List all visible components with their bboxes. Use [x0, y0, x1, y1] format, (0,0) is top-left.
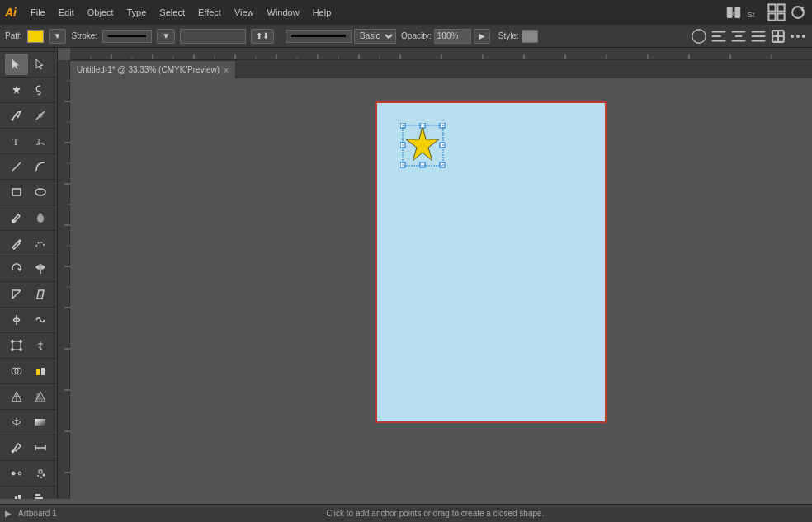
tab-close-btn[interactable]: ×	[224, 65, 229, 75]
style-swatch[interactable]	[522, 30, 538, 43]
arc-tool[interactable]	[29, 156, 52, 177]
align-distribute-icon[interactable]	[749, 27, 767, 45]
svg-rect-70	[15, 496, 17, 499]
column-graph-tool[interactable]	[5, 488, 28, 499]
opacity-label: Opacity:	[401, 31, 432, 40]
menu-type[interactable]: Type	[121, 5, 153, 20]
smooth-tool[interactable]	[29, 233, 52, 254]
menu-effect[interactable]: Effect	[192, 5, 227, 20]
svg-point-64	[18, 472, 21, 475]
stroke-style-preview[interactable]	[286, 30, 352, 43]
warp-tool[interactable]	[29, 309, 52, 331]
svg-line-32	[12, 162, 21, 171]
measure-tool[interactable]	[29, 437, 52, 459]
fill-indicator[interactable]: ▼	[49, 29, 67, 44]
paintbrush-tool[interactable]	[5, 207, 28, 228]
selection-tools	[0, 52, 57, 78]
canvas-area[interactable]: Untitled-1* @ 33.33% (CMYK/Preview) ×	[58, 48, 812, 499]
svg-text:T: T	[12, 135, 19, 148]
symbol-sprayer-tool[interactable]	[29, 463, 52, 484]
scale-tool[interactable]	[5, 284, 28, 305]
rectangle-tool[interactable]	[5, 181, 28, 203]
style-label: Style:	[498, 31, 519, 40]
document-area[interactable]: Untitled-1* @ 33.33% (CMYK/Preview) ×	[70, 60, 812, 499]
svg-rect-57	[35, 419, 45, 426]
warp-tools	[0, 308, 57, 333]
svg-rect-73	[35, 497, 43, 499]
svg-rect-138	[420, 162, 425, 167]
bridge-icon[interactable]: Br	[725, 3, 743, 21]
rotate-tool[interactable]	[5, 258, 28, 280]
align-left-icon[interactable]	[710, 27, 728, 45]
gradient-tool[interactable]	[29, 411, 52, 433]
transform-icon[interactable]	[769, 27, 787, 45]
star-svg	[400, 123, 446, 168]
opacity-stepper[interactable]: ▶	[474, 29, 490, 44]
pencil-tool[interactable]	[5, 233, 28, 254]
blob-brush-tool[interactable]	[29, 207, 52, 228]
stock-icon[interactable]: St	[746, 3, 764, 21]
bar-graph-tool[interactable]	[29, 488, 52, 499]
menu-view[interactable]: View	[229, 5, 260, 20]
add-anchor-tool[interactable]	[29, 105, 52, 126]
free-transform-tool[interactable]	[5, 335, 28, 356]
stroke-options-btn[interactable]: ▼	[157, 29, 175, 44]
menu-window[interactable]: Window	[262, 5, 305, 20]
shape-tools	[0, 180, 57, 205]
ellipse-tool[interactable]	[29, 181, 52, 203]
live-paint-tool[interactable]	[29, 360, 52, 382]
reflect-tool[interactable]	[29, 258, 52, 280]
pen-tool[interactable]	[5, 105, 28, 126]
ruler-ticks-v	[58, 60, 70, 499]
stroke-profile-select[interactable]: Basic	[354, 29, 396, 44]
shape-builder-tool[interactable]	[5, 360, 28, 382]
puppet-warp-tool[interactable]	[29, 335, 52, 356]
tab-title: Untitled-1* @ 33.33% (CMYK/Preview)	[77, 65, 220, 74]
align-center-icon[interactable]	[729, 27, 748, 45]
perspective-sel-tool[interactable]	[29, 386, 52, 407]
lasso-tool[interactable]	[29, 79, 52, 101]
svg-point-66	[37, 475, 39, 477]
more-options-icon[interactable]	[789, 27, 807, 45]
artboard-status: Artboard 1	[18, 509, 57, 518]
menu-edit[interactable]: Edit	[53, 5, 80, 20]
rotation-icon[interactable]	[789, 3, 807, 21]
svg-point-45	[20, 349, 22, 351]
path-type-tool[interactable]: T	[29, 130, 52, 152]
document-tab[interactable]: Untitled-1* @ 33.33% (CMYK/Preview) ×	[70, 60, 236, 78]
svg-point-67	[40, 477, 42, 478]
shear-tool[interactable]	[29, 284, 52, 305]
width-tool[interactable]	[5, 309, 28, 331]
artboard	[375, 101, 607, 423]
svg-rect-7	[777, 13, 784, 20]
line-tool[interactable]	[5, 156, 28, 177]
type-tool[interactable]: T	[5, 130, 28, 152]
eyedropper-tool[interactable]	[5, 437, 28, 459]
fill-swatch[interactable]	[27, 30, 44, 43]
opacity-input[interactable]	[434, 29, 471, 44]
mesh-tool[interactable]	[5, 411, 28, 433]
grid-icon[interactable]	[767, 3, 786, 21]
svg-rect-49	[41, 368, 45, 375]
svg-point-59	[12, 451, 14, 453]
menu-select[interactable]: Select	[153, 5, 191, 20]
blend-tool[interactable]	[5, 463, 28, 484]
brush-tools	[0, 205, 57, 231]
svg-rect-72	[35, 494, 40, 496]
selection-tool[interactable]	[5, 54, 28, 75]
menu-file[interactable]: File	[25, 5, 51, 20]
svg-rect-1	[734, 7, 740, 18]
menu-help[interactable]: Help	[307, 5, 338, 20]
stroke-width-stepper[interactable]: ⬆⬇	[251, 29, 274, 44]
menu-object[interactable]: Object	[82, 5, 120, 20]
perspective-grid-tool[interactable]	[5, 386, 28, 407]
magic-wand-tool[interactable]	[5, 79, 28, 101]
arrange-icon[interactable]	[690, 27, 708, 45]
ruler-ticks-h	[70, 48, 812, 60]
tab-bar: Untitled-1* @ 33.33% (CMYK/Preview) ×	[70, 60, 812, 78]
star-object[interactable]	[400, 123, 446, 170]
stroke-preview-box[interactable]	[102, 30, 152, 43]
svg-point-44	[12, 349, 14, 351]
stroke-width-input[interactable]	[180, 29, 246, 44]
direct-selection-tool[interactable]	[29, 54, 52, 75]
